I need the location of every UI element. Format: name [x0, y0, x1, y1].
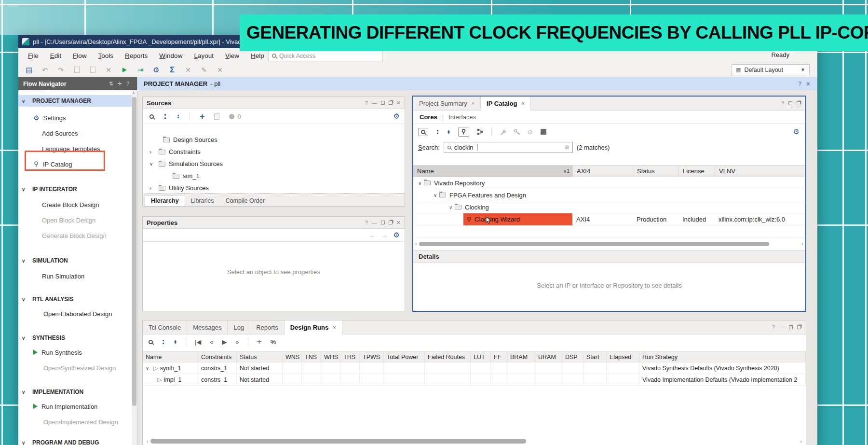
tree-item-clocking-wizard[interactable]: Clocking Wizard AXI4 Production Included… [413, 213, 805, 225]
chevron-right-icon[interactable]: › [59, 365, 61, 371]
column-header[interactable]: BRAM [507, 352, 535, 362]
lock-circle-icon[interactable]: ⊙ [528, 128, 533, 136]
maximize-icon[interactable] [788, 101, 792, 105]
column-header[interactable]: Start [583, 352, 607, 362]
float-icon[interactable] [797, 101, 800, 105]
subtab-cores[interactable]: Cores [420, 113, 437, 121]
scrollbar-thumb[interactable] [150, 439, 526, 444]
scroll-left-icon[interactable]: ‹ [147, 438, 149, 444]
gear-icon[interactable]: ⚙ [793, 127, 800, 136]
wrench-icon[interactable] [500, 129, 506, 135]
menu-view[interactable]: View [219, 50, 245, 61]
table-row-synth-1[interactable]: ∨▷synth_1 constrs_1 Not started Vivado S… [143, 362, 806, 374]
sigma-report-icon[interactable]: Σ [168, 66, 176, 74]
group-by-icon[interactable] [458, 127, 469, 137]
scrollbar-thumb[interactable] [419, 242, 769, 246]
stop-square-icon[interactable] [541, 129, 546, 135]
close-icon[interactable]: ✕ [806, 81, 811, 87]
scroll-right-icon[interactable]: › [801, 241, 803, 247]
sidebar-item-open-block-design[interactable]: Open Block Design [42, 214, 95, 226]
gear-icon[interactable]: ⚙ [393, 231, 400, 239]
delete-icon[interactable]: ✕ [105, 66, 112, 74]
chevron-down-icon[interactable]: ∨ [146, 365, 151, 371]
tab-compile-order[interactable]: Compile Order [220, 195, 271, 206]
column-header-name[interactable]: Name ∧1 [413, 166, 572, 177]
chevron-down-icon[interactable]: ∨ [434, 193, 439, 198]
cancel-icon[interactable]: ✕ [184, 66, 192, 74]
collapse-all-icon[interactable]: ▼▲ [162, 339, 165, 344]
subtab-interfaces[interactable]: Interfaces [448, 113, 476, 121]
sidebar-item-open-elaborated-design[interactable]: › Open Elaborated Design [43, 308, 112, 320]
column-header[interactable]: Constraints [198, 352, 237, 362]
hierarchy-tree-icon[interactable] [477, 128, 484, 135]
search-icon[interactable] [418, 128, 428, 136]
column-header[interactable]: FF [491, 352, 507, 362]
expand-all-icon[interactable]: ▲▼ [176, 114, 180, 119]
sidebar-item-run-synthesis[interactable]: Run Synthesis [33, 347, 82, 358]
sidebar-section-implementation[interactable]: ∨ IMPLEMENTATION [18, 386, 83, 398]
tree-item-constraints[interactable]: › Constraints [143, 146, 405, 158]
column-header[interactable]: LUT [471, 352, 491, 362]
column-header-license[interactable]: License [678, 166, 715, 177]
flow-navigator-scrollbar[interactable]: ∧ [132, 90, 137, 445]
expand-all-icon[interactable]: ▲▼ [174, 339, 177, 344]
float-icon[interactable] [389, 221, 393, 224]
tab-hierarchy[interactable]: Hierarchy [145, 195, 185, 206]
search-icon[interactable] [149, 114, 154, 119]
forward-arrow-icon[interactable]: → [381, 232, 388, 239]
back-arrow-icon[interactable]: ← [369, 232, 376, 239]
collapse-all-icon[interactable]: ▼▲ [163, 114, 167, 119]
menu-edit[interactable]: Edit [44, 50, 67, 61]
chevron-down-icon[interactable]: ∨ [449, 205, 455, 210]
chevron-down-icon[interactable]: ∨ [149, 161, 155, 167]
open-project-icon[interactable]: ▤ [25, 66, 33, 74]
minimize-icon[interactable]: — [779, 324, 785, 330]
expand-all-icon[interactable]: ▲▼ [447, 129, 450, 134]
column-header[interactable]: Failed Routes [425, 352, 471, 362]
close-run-icon[interactable]: ✕ [216, 66, 224, 74]
sidebar-section-synthesis[interactable]: ∨ SYNTHESIS [18, 332, 65, 344]
column-header[interactable]: WHS [321, 352, 340, 362]
sidebar-item-run-simulation[interactable]: Run Simulation [42, 270, 84, 282]
menu-window[interactable]: Window [153, 50, 188, 61]
tree-item-fpga-features[interactable]: ∨ FPGA Features and Design [413, 189, 805, 201]
collapse-all-icon[interactable]: ⇅ [108, 81, 113, 87]
column-header[interactable]: WNS [283, 352, 302, 362]
rewind-icon[interactable]: « [210, 338, 213, 346]
sidebar-section-ip-integrator[interactable]: ∨ IP INTEGRATOR [18, 183, 77, 195]
add-run-icon[interactable]: + [257, 337, 262, 347]
pin-icon[interactable]: ✛ [118, 81, 122, 87]
save-icon[interactable] [73, 67, 81, 73]
sidebar-section-project-manager[interactable]: ∨ PROJECT MANAGER [18, 95, 132, 107]
column-header-vlnv[interactable]: VLNV [715, 166, 805, 177]
column-header[interactable]: DSP [562, 352, 583, 362]
table-row-impl-1[interactable]: ▷impl_1 constrs_1 Not started Vivado Imp… [143, 374, 806, 386]
menu-help[interactable]: Help [245, 50, 270, 61]
add-sources-icon[interactable]: + [200, 113, 205, 120]
maximize-icon[interactable] [381, 101, 385, 105]
column-header[interactable]: TPWS [360, 352, 384, 362]
scroll-right-icon[interactable]: › [800, 438, 802, 444]
clear-search-icon[interactable]: ⊗ [565, 144, 570, 151]
sidebar-item-open-implemented-design[interactable]: › Open Implemented Design [43, 416, 118, 428]
tab-messages[interactable]: Messages [187, 320, 228, 334]
tab-libraries[interactable]: Libraries [185, 195, 220, 206]
close-icon[interactable]: × [521, 100, 524, 106]
column-header[interactable]: Total Power [384, 352, 425, 362]
tree-item-simulation-sources[interactable]: ∨ Simulation Sources [143, 158, 405, 170]
close-icon[interactable]: ✕ [396, 100, 401, 106]
ip-search-input[interactable]: clockin ⊗ [444, 142, 573, 153]
chevron-right-icon[interactable]: › [149, 148, 155, 155]
chevron-down-icon[interactable]: ∨ [418, 181, 424, 186]
column-header[interactable]: TNS [302, 352, 321, 362]
tree-item-design-sources[interactable]: Design Sources [143, 134, 405, 146]
sidebar-item-generate-block-design[interactable]: Generate Block Design [42, 230, 107, 241]
column-header[interactable]: URAM [535, 352, 562, 362]
float-icon[interactable] [797, 325, 801, 329]
run-icon[interactable] [121, 68, 128, 72]
collapse-all-icon[interactable]: ▼▲ [436, 129, 439, 134]
first-run-icon[interactable]: |◀ [195, 338, 201, 346]
close-icon[interactable]: ✕ [396, 220, 401, 226]
tree-item-sim-1[interactable]: sim_1 [143, 170, 405, 182]
help-icon[interactable]: ? [781, 100, 784, 106]
